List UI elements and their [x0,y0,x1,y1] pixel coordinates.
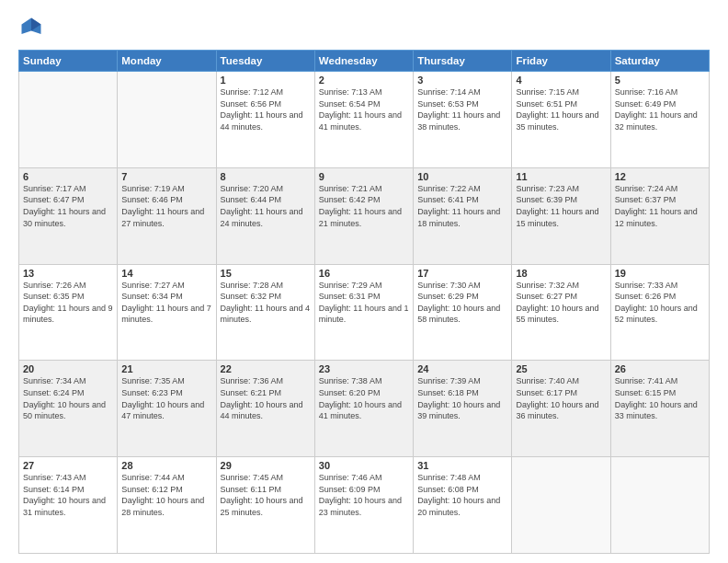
calendar-week-3: 13Sunrise: 7:26 AM Sunset: 6:35 PM Dayli… [19,264,710,361]
logo-icon [18,15,44,40]
calendar-cell: 28Sunrise: 7:44 AM Sunset: 6:12 PM Dayli… [118,457,216,554]
day-number: 21 [121,363,211,374]
calendar-cell: 22Sunrise: 7:36 AM Sunset: 6:21 PM Dayli… [216,361,314,457]
weekday-header-saturday: Saturday [610,51,709,72]
calendar-week-5: 27Sunrise: 7:43 AM Sunset: 6:14 PM Dayli… [19,457,710,554]
day-number: 1 [221,75,311,86]
calendar-cell: 16Sunrise: 7:29 AM Sunset: 6:31 PM Dayli… [314,264,413,361]
weekday-header-sunday: Sunday [19,51,118,72]
day-info: Sunrise: 7:21 AM Sunset: 6:42 PM Dayligh… [319,183,409,229]
calendar-cell: 19Sunrise: 7:33 AM Sunset: 6:26 PM Dayli… [610,264,709,361]
day-info: Sunrise: 7:39 AM Sunset: 6:18 PM Dayligh… [417,375,507,421]
day-info: Sunrise: 7:26 AM Sunset: 6:35 PM Dayligh… [23,280,113,326]
day-number: 14 [121,268,211,279]
calendar-week-1: 1Sunrise: 7:12 AM Sunset: 6:56 PM Daylig… [19,72,710,168]
day-number: 20 [23,363,113,374]
day-info: Sunrise: 7:15 AM Sunset: 6:51 PM Dayligh… [516,86,606,132]
calendar-cell: 23Sunrise: 7:38 AM Sunset: 6:20 PM Dayli… [314,361,413,457]
day-number: 8 [221,171,311,182]
calendar-cell [512,457,610,554]
day-number: 27 [23,460,113,471]
header [18,15,710,40]
day-info: Sunrise: 7:29 AM Sunset: 6:31 PM Dayligh… [319,280,409,326]
day-number: 7 [121,171,211,182]
calendar-week-2: 6Sunrise: 7:17 AM Sunset: 6:47 PM Daylig… [19,167,710,264]
day-number: 12 [615,171,705,182]
logo [18,15,48,40]
calendar-cell: 26Sunrise: 7:41 AM Sunset: 6:15 PM Dayli… [610,361,709,457]
day-number: 10 [417,171,507,182]
day-number: 31 [417,460,507,471]
weekday-header-row: SundayMondayTuesdayWednesdayThursdayFrid… [19,51,710,72]
calendar-cell: 12Sunrise: 7:24 AM Sunset: 6:37 PM Dayli… [610,167,709,264]
day-info: Sunrise: 7:35 AM Sunset: 6:23 PM Dayligh… [121,375,211,421]
calendar-cell: 9Sunrise: 7:21 AM Sunset: 6:42 PM Daylig… [314,167,413,264]
day-info: Sunrise: 7:41 AM Sunset: 6:15 PM Dayligh… [615,375,705,421]
calendar-cell: 2Sunrise: 7:13 AM Sunset: 6:54 PM Daylig… [314,72,413,168]
day-number: 24 [417,363,507,374]
day-info: Sunrise: 7:33 AM Sunset: 6:26 PM Dayligh… [615,280,705,326]
day-info: Sunrise: 7:23 AM Sunset: 6:39 PM Dayligh… [516,183,606,229]
day-info: Sunrise: 7:30 AM Sunset: 6:29 PM Dayligh… [417,280,507,326]
calendar-cell: 11Sunrise: 7:23 AM Sunset: 6:39 PM Dayli… [512,167,610,264]
day-number: 2 [319,75,409,86]
calendar-cell: 25Sunrise: 7:40 AM Sunset: 6:17 PM Dayli… [512,361,610,457]
day-info: Sunrise: 7:44 AM Sunset: 6:12 PM Dayligh… [121,472,211,518]
day-info: Sunrise: 7:13 AM Sunset: 6:54 PM Dayligh… [319,86,409,132]
day-info: Sunrise: 7:14 AM Sunset: 6:53 PM Dayligh… [417,86,507,132]
day-number: 4 [516,75,606,86]
calendar-cell: 21Sunrise: 7:35 AM Sunset: 6:23 PM Dayli… [118,361,216,457]
day-info: Sunrise: 7:46 AM Sunset: 6:09 PM Dayligh… [319,472,409,518]
day-number: 29 [221,460,311,471]
calendar-cell: 20Sunrise: 7:34 AM Sunset: 6:24 PM Dayli… [19,361,118,457]
calendar-cell: 15Sunrise: 7:28 AM Sunset: 6:32 PM Dayli… [216,264,314,361]
day-info: Sunrise: 7:32 AM Sunset: 6:27 PM Dayligh… [516,280,606,326]
day-info: Sunrise: 7:40 AM Sunset: 6:17 PM Dayligh… [516,375,606,421]
day-number: 18 [516,268,606,279]
weekday-header-thursday: Thursday [414,51,512,72]
day-info: Sunrise: 7:36 AM Sunset: 6:21 PM Dayligh… [221,375,311,421]
day-number: 30 [319,460,409,471]
calendar-cell [118,72,216,168]
calendar-cell: 17Sunrise: 7:30 AM Sunset: 6:29 PM Dayli… [414,264,512,361]
calendar-cell [19,72,118,168]
day-info: Sunrise: 7:16 AM Sunset: 6:49 PM Dayligh… [615,86,705,132]
weekday-header-monday: Monday [118,51,216,72]
day-number: 6 [23,171,113,182]
day-info: Sunrise: 7:17 AM Sunset: 6:47 PM Dayligh… [23,183,113,229]
weekday-header-tuesday: Tuesday [216,51,314,72]
day-info: Sunrise: 7:12 AM Sunset: 6:56 PM Dayligh… [221,86,311,132]
day-number: 13 [23,268,113,279]
day-number: 3 [417,75,507,86]
calendar-cell: 6Sunrise: 7:17 AM Sunset: 6:47 PM Daylig… [19,167,118,264]
day-number: 25 [516,363,606,374]
calendar-cell: 4Sunrise: 7:15 AM Sunset: 6:51 PM Daylig… [512,72,610,168]
day-info: Sunrise: 7:34 AM Sunset: 6:24 PM Dayligh… [23,375,113,421]
calendar-cell: 31Sunrise: 7:48 AM Sunset: 6:08 PM Dayli… [414,457,512,554]
calendar-cell: 24Sunrise: 7:39 AM Sunset: 6:18 PM Dayli… [414,361,512,457]
day-number: 26 [615,363,705,374]
day-number: 22 [221,363,311,374]
day-info: Sunrise: 7:48 AM Sunset: 6:08 PM Dayligh… [417,472,507,518]
calendar-cell: 27Sunrise: 7:43 AM Sunset: 6:14 PM Dayli… [19,457,118,554]
calendar-cell: 7Sunrise: 7:19 AM Sunset: 6:46 PM Daylig… [118,167,216,264]
calendar-cell: 10Sunrise: 7:22 AM Sunset: 6:41 PM Dayli… [414,167,512,264]
day-info: Sunrise: 7:43 AM Sunset: 6:14 PM Dayligh… [23,472,113,518]
day-info: Sunrise: 7:38 AM Sunset: 6:20 PM Dayligh… [319,375,409,421]
day-number: 15 [221,268,311,279]
calendar-cell: 30Sunrise: 7:46 AM Sunset: 6:09 PM Dayli… [314,457,413,554]
day-number: 16 [319,268,409,279]
day-info: Sunrise: 7:27 AM Sunset: 6:34 PM Dayligh… [121,280,211,326]
day-info: Sunrise: 7:22 AM Sunset: 6:41 PM Dayligh… [417,183,507,229]
calendar-cell: 29Sunrise: 7:45 AM Sunset: 6:11 PM Dayli… [216,457,314,554]
calendar-cell: 18Sunrise: 7:32 AM Sunset: 6:27 PM Dayli… [512,264,610,361]
day-number: 28 [121,460,211,471]
page: SundayMondayTuesdayWednesdayThursdayFrid… [0,0,728,563]
day-number: 9 [319,171,409,182]
calendar-cell: 3Sunrise: 7:14 AM Sunset: 6:53 PM Daylig… [414,72,512,168]
day-number: 5 [615,75,705,86]
day-info: Sunrise: 7:20 AM Sunset: 6:44 PM Dayligh… [221,183,311,229]
calendar-cell: 5Sunrise: 7:16 AM Sunset: 6:49 PM Daylig… [610,72,709,168]
calendar-cell: 8Sunrise: 7:20 AM Sunset: 6:44 PM Daylig… [216,167,314,264]
day-number: 23 [319,363,409,374]
